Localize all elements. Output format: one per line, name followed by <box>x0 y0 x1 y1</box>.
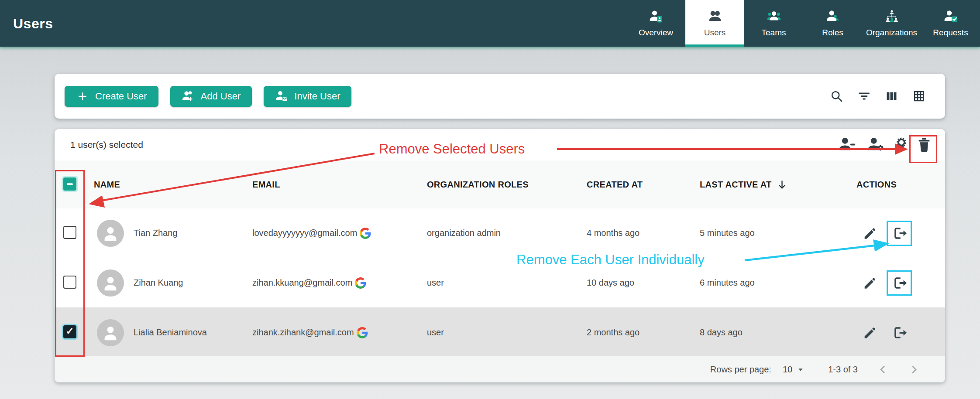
main-navigation: Overview Users Teams Roles Organizations… <box>626 0 980 47</box>
team-icon <box>767 9 781 24</box>
remove-user-button[interactable] <box>891 225 907 241</box>
next-page-button[interactable] <box>908 364 920 375</box>
top-bar: Users Overview Users Teams Roles Organiz… <box>0 0 980 47</box>
table-row: Zihan Kuang zihan.kkuang@gmail.com user … <box>55 258 945 308</box>
edit-user-button[interactable] <box>863 276 877 290</box>
chevron-left-icon <box>877 364 889 375</box>
organization-role: user <box>427 327 587 338</box>
add-user-button[interactable]: Add User <box>170 86 252 107</box>
previous-page-button[interactable] <box>877 364 889 375</box>
table-row: Lialia Beniaminova zihank.zihank@gmail.c… <box>55 308 945 358</box>
tab-label: Users <box>704 28 726 38</box>
remove-user-annotation-box <box>888 272 911 294</box>
people-icon <box>708 9 722 24</box>
invite-user-label: Invite User <box>294 91 340 102</box>
selection-bar: 1 user(s) selected <box>55 129 945 161</box>
remove-user-annotation-box <box>888 222 911 245</box>
person-check-icon <box>943 9 958 24</box>
edit-user-button[interactable] <box>863 325 877 340</box>
tab-label: Requests <box>933 28 968 38</box>
person-badge-icon <box>649 9 664 24</box>
table-row: Tian Zhang lovedayyyyyyy@gmail.com organ… <box>55 208 945 258</box>
tab-label: Overview <box>639 28 673 38</box>
avatar-person-icon <box>100 323 120 343</box>
column-header-email[interactable]: EMAIL <box>252 180 427 190</box>
user-name: Tian Zhang <box>134 228 177 238</box>
last-active-at: 5 minutes ago <box>700 228 856 238</box>
sort-descending-icon <box>776 179 788 191</box>
created-at: 10 days ago <box>587 278 700 288</box>
pencil-icon <box>863 226 877 241</box>
header-accent-strip <box>0 47 980 50</box>
column-header-name[interactable]: NAME <box>89 180 252 190</box>
last-active-at: 6 minutes ago <box>700 278 856 288</box>
pencil-icon <box>863 325 877 340</box>
assign-role-button[interactable] <box>893 136 910 153</box>
tab-teams[interactable]: Teams <box>744 0 803 47</box>
tab-roles[interactable]: Roles <box>803 0 862 47</box>
column-header-created-at[interactable]: CREATED AT <box>587 180 700 190</box>
pagination-range-text: 1-3 of 3 <box>828 365 858 375</box>
avatar-person-icon <box>100 273 120 293</box>
columns-icon <box>885 89 898 103</box>
chevron-right-icon <box>908 364 920 375</box>
created-at: 2 months ago <box>587 327 700 338</box>
tab-overview[interactable]: Overview <box>626 0 685 47</box>
add-user-label: Add User <box>201 91 241 102</box>
columns-button[interactable] <box>885 89 898 103</box>
logout-icon <box>891 275 907 291</box>
create-user-label: Create User <box>95 91 147 102</box>
column-header-organization-roles[interactable]: ORGANIZATION ROLES <box>427 180 587 190</box>
manage-user-settings-button[interactable] <box>867 136 885 154</box>
row-checkbox[interactable] <box>63 325 76 338</box>
invite-user-button[interactable]: Invite User <box>264 86 351 107</box>
remove-from-team-button[interactable] <box>838 136 856 154</box>
tab-organizations[interactable]: Organizations <box>862 0 921 47</box>
filter-button[interactable] <box>857 89 871 103</box>
created-at: 4 months ago <box>587 228 700 238</box>
grid-view-icon <box>912 89 926 103</box>
avatar <box>97 220 124 247</box>
logout-icon <box>891 225 907 241</box>
last-active-at: 8 days ago <box>700 327 856 338</box>
pencil-icon <box>863 276 877 290</box>
rows-per-page-select[interactable]: 10 <box>783 365 805 375</box>
google-icon <box>355 277 366 289</box>
remove-user-button[interactable] <box>891 325 907 341</box>
remove-user-button[interactable] <box>891 275 907 291</box>
person-mail-icon <box>275 90 288 103</box>
row-checkbox[interactable] <box>63 226 76 239</box>
toolbar: Create User Add User Invite User <box>55 74 945 119</box>
tab-users[interactable]: Users <box>685 0 744 47</box>
select-all-checkbox[interactable] <box>63 177 76 191</box>
user-name: Zihan Kuang <box>134 278 183 288</box>
row-checkbox[interactable] <box>63 276 76 289</box>
user-email: zihank.zihank@gmail.com <box>252 327 354 338</box>
search-button[interactable] <box>830 89 843 103</box>
page-title: Users <box>13 15 53 31</box>
plus-icon <box>76 90 89 103</box>
organization-role: user <box>427 278 587 288</box>
google-icon <box>360 228 371 239</box>
column-header-label: LAST ACTIVE AT <box>700 180 772 190</box>
column-header-actions: ACTIONS <box>856 180 945 190</box>
table-footer: Rows per page: 10 1-3 of 3 <box>55 356 945 382</box>
delete-selected-users-button[interactable] <box>916 136 932 153</box>
rows-per-page-label: Rows per page: <box>710 365 771 375</box>
tab-requests[interactable]: Requests <box>921 0 980 47</box>
table-body: Tian Zhang lovedayyyyyyy@gmail.com organ… <box>55 208 945 358</box>
create-user-button[interactable]: Create User <box>65 86 158 107</box>
tab-label: Organizations <box>866 28 917 38</box>
grid-view-button[interactable] <box>912 89 926 103</box>
person-add-icon <box>182 90 195 103</box>
column-header-last-active-at[interactable]: LAST ACTIVE AT <box>700 179 856 191</box>
search-icon <box>830 89 843 103</box>
user-name: Lialia Beniaminova <box>134 327 207 338</box>
users-table: 1 user(s) selected NAME EMAIL ORGANIZATI… <box>55 129 945 382</box>
organization-role: organization admin <box>427 228 587 238</box>
user-email: zihan.kkuang@gmail.com <box>252 278 352 288</box>
award-icon <box>893 136 910 153</box>
avatar-person-icon <box>100 223 120 243</box>
tab-label: Roles <box>822 28 843 38</box>
edit-user-button[interactable] <box>863 226 877 241</box>
